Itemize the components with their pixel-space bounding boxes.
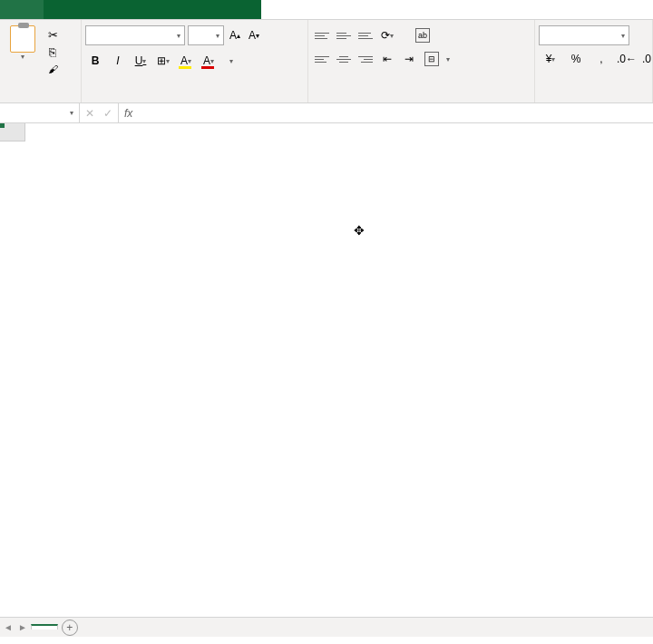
wrap-text-button[interactable]: ab xyxy=(412,26,437,44)
sheet-prev-button[interactable]: ◄ xyxy=(4,622,13,632)
decrease-font-button[interactable]: A▾ xyxy=(246,26,262,44)
formula-bar: ▾ ✕ ✓ fx xyxy=(0,103,653,123)
font-name-select[interactable]: ▾ xyxy=(85,25,185,45)
copy-button[interactable] xyxy=(44,44,62,59)
format-painter-button[interactable] xyxy=(44,62,62,76)
font-group-label xyxy=(85,97,304,101)
spreadsheet-grid[interactable]: ✥ xyxy=(0,123,653,617)
font-color-button[interactable]: A▾ xyxy=(199,51,219,71)
tab-home[interactable] xyxy=(22,0,44,19)
tab-file[interactable] xyxy=(0,0,22,19)
increase-font-button[interactable]: A▴ xyxy=(227,26,243,44)
sheet-tab-1[interactable] xyxy=(31,624,58,629)
align-top-button[interactable] xyxy=(312,26,332,44)
tab-layout[interactable] xyxy=(65,0,87,19)
tab-audtool[interactable] xyxy=(196,0,218,19)
align-middle-button[interactable] xyxy=(334,26,354,44)
tab-mail[interactable] xyxy=(218,0,239,19)
ribbon: ▾ ▾ ▾ A▴ A▾ B I U▾ ⊞▾ A▾ A▾ xyxy=(0,20,653,103)
cursor-cross-icon: ✥ xyxy=(354,223,365,238)
sheet-next-button[interactable]: ► xyxy=(18,622,27,632)
sheet-tab-bar: ◄ ► + xyxy=(0,617,653,637)
align-group-label xyxy=(312,97,531,101)
name-box[interactable]: ▾ xyxy=(0,103,80,122)
increase-indent-button[interactable]: ⇥ xyxy=(399,49,419,69)
group-alignment: ⟳▾ ab ⇤ ⇥ ⊟▾ xyxy=(308,20,535,102)
underline-button[interactable]: U▾ xyxy=(131,51,151,71)
align-bottom-button[interactable] xyxy=(356,26,375,44)
group-font: ▾ ▾ A▴ A▾ B I U▾ ⊞▾ A▾ A▾ ▾ xyxy=(82,20,308,102)
tab-view[interactable] xyxy=(131,0,152,19)
align-left-button[interactable] xyxy=(312,50,332,68)
group-number: ▾ ¥▾ % , .0← .0→ xyxy=(535,20,653,102)
bold-button[interactable]: B xyxy=(85,51,105,71)
comma-button[interactable]: , xyxy=(590,49,613,69)
increase-decimal-button[interactable]: .0← xyxy=(615,49,638,69)
tab-help[interactable] xyxy=(174,0,196,19)
paste-icon xyxy=(10,25,35,53)
decrease-indent-button[interactable]: ⇤ xyxy=(377,49,397,69)
phonetic-button[interactable]: ▾ xyxy=(221,51,241,71)
formula-input[interactable] xyxy=(138,103,653,122)
add-sheet-button[interactable]: + xyxy=(62,620,78,636)
wrap-icon: ab xyxy=(415,28,430,43)
tab-review[interactable] xyxy=(109,0,131,19)
font-size-select[interactable]: ▾ xyxy=(188,25,224,45)
tab-insert[interactable] xyxy=(44,0,65,19)
border-button[interactable]: ⊞▾ xyxy=(153,51,173,71)
align-center-button[interactable] xyxy=(334,50,354,68)
cut-button[interactable] xyxy=(44,27,62,42)
currency-button[interactable]: ¥▾ xyxy=(539,49,562,69)
fx-icon[interactable]: fx xyxy=(119,103,138,122)
number-format-select[interactable]: ▾ xyxy=(539,25,629,45)
tab-dev[interactable] xyxy=(152,0,174,19)
italic-button[interactable]: I xyxy=(108,51,128,71)
ribbon-tabs xyxy=(0,0,653,20)
fill-color-button[interactable]: A▾ xyxy=(176,51,196,71)
paste-button[interactable]: ▾ xyxy=(4,25,42,61)
chevron-down-icon: ▾ xyxy=(21,53,24,61)
tab-ffgz[interactable] xyxy=(239,0,261,19)
merge-icon: ⊟ xyxy=(424,52,439,66)
tab-data[interactable] xyxy=(87,0,109,19)
percent-button[interactable]: % xyxy=(564,49,588,69)
align-right-button[interactable] xyxy=(356,50,375,68)
number-group-label xyxy=(539,97,648,101)
clipboard-group-label xyxy=(4,97,77,101)
group-clipboard: ▾ xyxy=(0,20,82,102)
select-all-corner[interactable] xyxy=(0,123,25,141)
orientation-button[interactable]: ⟳▾ xyxy=(377,25,397,45)
cancel-formula-button[interactable]: ✕ xyxy=(85,107,94,120)
confirm-formula-button[interactable]: ✓ xyxy=(103,107,112,120)
merge-center-button[interactable]: ⊟▾ xyxy=(421,50,453,68)
decrease-decimal-button[interactable]: .0→ xyxy=(640,49,653,69)
